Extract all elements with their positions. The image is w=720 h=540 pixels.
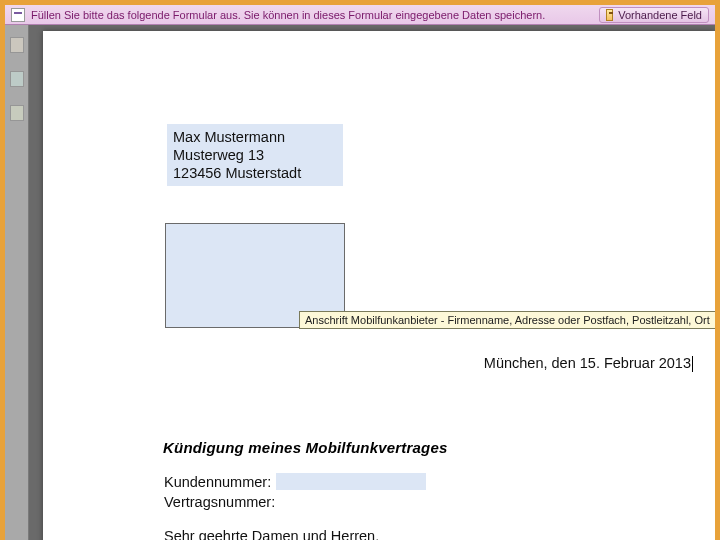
recipient-tooltip-text: Anschrift Mobilfunkanbieter - Firmenname…: [305, 314, 710, 326]
fields-icon: [606, 9, 613, 21]
form-notice: Füllen Sie bitte das folgende Formular a…: [11, 8, 545, 22]
form-icon: [11, 8, 25, 22]
form-notice-text: Füllen Sie bitte das folgende Formular a…: [31, 9, 545, 21]
pages-panel-icon[interactable]: [10, 37, 24, 53]
customer-number-label: Kundennummer:: [164, 474, 271, 490]
greeting-line: Sehr geehrte Damen und Herren,: [164, 528, 379, 540]
sender-address-field[interactable]: Max Mustermann Musterweg 13 123456 Muste…: [167, 124, 343, 186]
date-text: München, den 15. Februar 2013: [484, 355, 691, 371]
sender-street: Musterweg 13: [173, 146, 337, 164]
contract-number-label: Vertragsnummer:: [164, 494, 275, 510]
letter-subject: Kündigung meines Mobilfunkvertrages: [163, 439, 448, 456]
document-viewport[interactable]: Max Mustermann Musterweg 13 123456 Muste…: [29, 25, 715, 540]
customer-number-field[interactable]: [276, 473, 426, 490]
highlight-fields-button[interactable]: Vorhandene Feld: [599, 7, 709, 23]
sender-city: 123456 Musterstadt: [173, 164, 337, 182]
highlight-fields-label: Vorhandene Feld: [618, 9, 702, 21]
customer-number-row: Kundennummer:: [164, 473, 426, 490]
sender-name: Max Mustermann: [173, 128, 337, 146]
document-page: Max Mustermann Musterweg 13 123456 Muste…: [43, 31, 715, 540]
signatures-panel-icon[interactable]: [10, 71, 24, 87]
app-frame: Füllen Sie bitte das folgende Formular a…: [5, 5, 715, 540]
recipient-tooltip: Anschrift Mobilfunkanbieter - Firmenname…: [299, 311, 715, 329]
form-notice-bar: Füllen Sie bitte das folgende Formular a…: [5, 5, 715, 25]
date-line[interactable]: München, den 15. Februar 2013: [484, 355, 693, 372]
attachments-panel-icon[interactable]: [10, 105, 24, 121]
contract-number-row: Vertragsnummer:: [164, 494, 275, 510]
text-caret: [692, 356, 693, 372]
side-toolbar: [5, 25, 29, 540]
